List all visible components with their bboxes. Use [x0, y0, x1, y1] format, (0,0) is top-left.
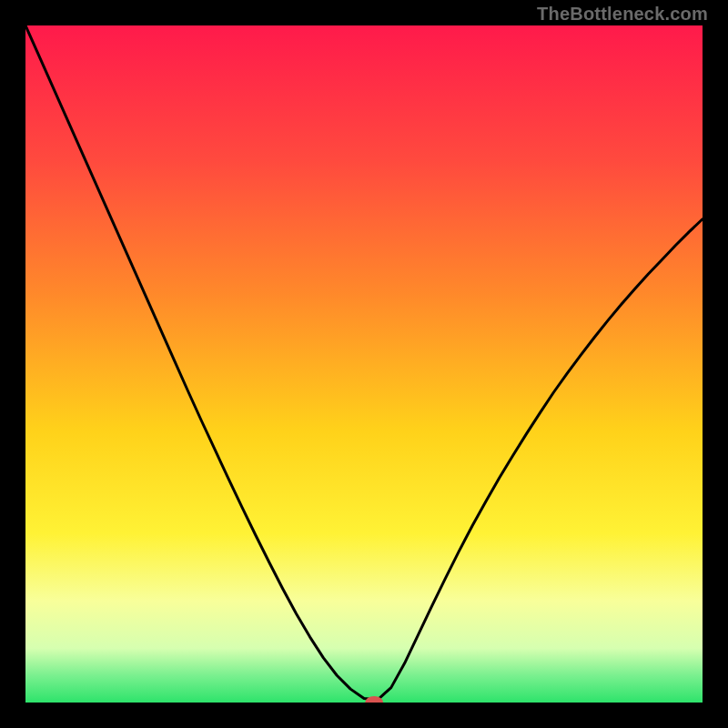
chart-svg [25, 25, 703, 703]
chart-frame: TheBottleneck.com [0, 0, 728, 728]
plot-area [25, 25, 703, 703]
watermark-text: TheBottleneck.com [537, 4, 708, 25]
gradient-background [25, 25, 703, 703]
